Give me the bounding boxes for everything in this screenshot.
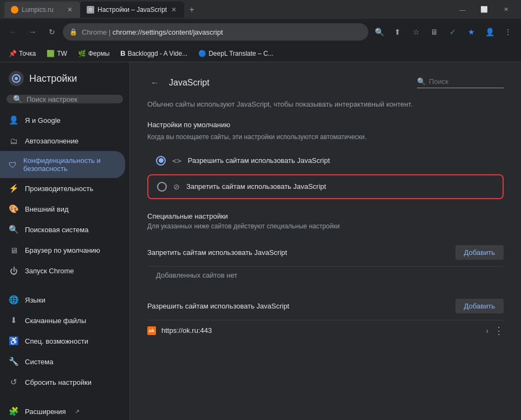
settings-content: ← JavaScript 🔍 Обычно сайты используют J… bbox=[130, 62, 521, 354]
sidebar-item-accessibility-label: Спец. возможности bbox=[25, 337, 88, 345]
address-bar[interactable]: 🔒 Chrome | chrome://settings/content/jav… bbox=[63, 23, 368, 41]
tab-lumpics-label: Lumpics.ru bbox=[22, 6, 54, 14]
window-close-btn[interactable]: ✕ bbox=[495, 2, 517, 18]
system-icon: 🔧 bbox=[9, 357, 18, 366]
site-entry-okru: ok https://ok.ru:443 › ⋮ bbox=[147, 320, 504, 341]
page-header-left: ← JavaScript bbox=[147, 75, 210, 90]
vpn-btn[interactable]: ✓ bbox=[444, 23, 461, 41]
sidebar-item-reset-label: Сбросить настройки bbox=[25, 378, 92, 386]
special-section-desc: Для указанных ниже сайтов действуют спец… bbox=[147, 222, 504, 230]
block-subsection-row: Запретить сайтам использовать JavaScript… bbox=[147, 239, 504, 267]
startup-icon: ⏻ bbox=[9, 266, 18, 275]
sidebar-search-input[interactable] bbox=[27, 95, 116, 103]
bookmark-tw-icon: 🟩 bbox=[47, 50, 55, 57]
bookmark-backloggd[interactable]: B Backloggd - A Vide... bbox=[116, 48, 192, 58]
page-search[interactable]: 🔍 bbox=[417, 77, 504, 88]
sidebar-item-reset[interactable]: ↺ Сбросить настройки bbox=[0, 372, 125, 392]
sidebar-item-accessibility[interactable]: ♿ Спец. возможности bbox=[0, 331, 125, 351]
performance-icon: ⚡ bbox=[9, 183, 18, 193]
settings-favicon: ⚙ bbox=[87, 6, 94, 14]
sidebar-item-languages[interactable]: 🌐 Языки bbox=[0, 290, 125, 310]
sidebar-item-system[interactable]: 🔧 Система bbox=[0, 351, 125, 372]
sidebar-item-extensions[interactable]: 🧩 Расширения ↗ bbox=[0, 401, 125, 420]
window-minimize-btn[interactable]: — bbox=[452, 2, 473, 18]
tab-settings-js[interactable]: ⚙ Настройки – JavaScript ✕ bbox=[80, 2, 184, 18]
search-engine-icon: 🔍 bbox=[9, 225, 18, 234]
svg-point-1 bbox=[15, 77, 18, 80]
sidebar-item-system-label: Система bbox=[25, 358, 53, 366]
settings-logo bbox=[9, 71, 24, 86]
sidebar-item-me-google[interactable]: 👤 Я и Google bbox=[0, 110, 125, 130]
page-description: Обычно сайты используют JavaScript, чтоб… bbox=[147, 99, 504, 110]
bookmark-deepl-icon: 🔵 bbox=[198, 50, 206, 57]
back-button[interactable]: ← bbox=[4, 23, 22, 41]
sidebar-item-extensions-label: Расширения bbox=[25, 408, 66, 416]
reset-icon: ↺ bbox=[9, 377, 18, 387]
new-tab-button[interactable]: + bbox=[184, 2, 199, 17]
sidebar-item-default-browser[interactable]: 🖥 Браузер по умолчанию bbox=[0, 240, 125, 260]
share-btn[interactable]: ⬆ bbox=[389, 23, 406, 41]
site-favicon-okru: ok bbox=[147, 326, 156, 335]
sidebar-item-autofill[interactable]: 🗂 Автозаполнение bbox=[0, 130, 125, 151]
os-btn[interactable]: 🖥 bbox=[426, 23, 443, 41]
allow-subsection-row: Разрешить сайтам использовать JavaScript… bbox=[147, 292, 504, 320]
sidebar-item-search[interactable]: 🔍 Поисковая система bbox=[0, 219, 125, 240]
radio-block-icon: ⊘ bbox=[173, 182, 180, 191]
external-link-icon: ↗ bbox=[75, 408, 80, 415]
bookmark-tochka[interactable]: 📌 Точка bbox=[4, 49, 40, 58]
bookmark-btn[interactable]: ☆ bbox=[407, 23, 425, 41]
browser-icon: 🖥 bbox=[9, 245, 18, 255]
allow-add-button[interactable]: Добавить bbox=[455, 299, 504, 313]
extension-btn[interactable]: ★ bbox=[463, 23, 480, 41]
sidebar-item-downloads-label: Скачанные файлы bbox=[25, 317, 86, 325]
search-icon: 🔍 bbox=[13, 95, 22, 103]
profile-btn[interactable]: 👤 bbox=[481, 23, 498, 41]
radio-option-allow[interactable]: <> Разрешить сайтам использовать JavaScr… bbox=[147, 149, 504, 172]
allow-subsection-label: Разрешить сайтам использовать JavaScript bbox=[147, 302, 289, 310]
lumpics-favicon bbox=[11, 6, 18, 14]
forward-button[interactable]: → bbox=[24, 23, 41, 41]
sidebar-item-downloads[interactable]: ⬇ Скачанные файлы bbox=[0, 310, 125, 331]
search-action-btn[interactable]: 🔍 bbox=[370, 23, 388, 41]
block-subsection-label: Запретить сайтам использовать JavaScript bbox=[147, 248, 287, 257]
bookmark-fermy[interactable]: 🌿 Фермы bbox=[74, 49, 114, 58]
accessibility-icon: ♿ bbox=[9, 336, 18, 346]
radio-option-block[interactable]: ⊘ Запретить сайтам использовать JavaScri… bbox=[147, 174, 504, 199]
page-search-input[interactable] bbox=[429, 77, 494, 86]
window-maximize-btn[interactable]: ⬜ bbox=[473, 2, 495, 18]
radio-allow-label: Разрешить сайтам использовать JavaScript bbox=[188, 156, 330, 165]
sidebar-search-box[interactable]: 🔍 bbox=[6, 95, 123, 103]
bookmark-fermy-label: Фермы bbox=[88, 50, 109, 57]
sidebar-item-appearance-label: Внешний вид bbox=[25, 205, 69, 213]
nav-actions: 🔍 ⬆ ☆ 🖥 ✓ ★ 👤 ⋮ bbox=[370, 23, 517, 41]
window-controls: — ⬜ ✕ bbox=[452, 2, 517, 18]
page-back-button[interactable]: ← bbox=[147, 75, 162, 90]
radio-circle-block bbox=[157, 182, 167, 192]
bookmark-deepl[interactable]: 🔵 DeepL Translate – C... bbox=[194, 49, 278, 58]
settings-title: Настройки bbox=[29, 73, 77, 84]
menu-btn[interactable]: ⋮ bbox=[499, 23, 517, 41]
sidebar-item-performance[interactable]: ⚡ Производительность bbox=[0, 178, 125, 199]
reload-button[interactable]: ↻ bbox=[43, 23, 61, 41]
site-menu-icon[interactable]: ⋮ bbox=[494, 325, 504, 337]
block-add-button[interactable]: Добавить bbox=[455, 245, 504, 260]
lock-icon: 🔒 bbox=[69, 28, 77, 36]
protocol-text: Chrome | bbox=[82, 28, 113, 36]
autofill-icon: 🗂 bbox=[9, 136, 18, 146]
tab-settings-label: Настройки – JavaScript bbox=[97, 6, 167, 14]
extensions-icon: 🧩 bbox=[9, 406, 18, 416]
languages-icon: 🌐 bbox=[9, 295, 18, 305]
sidebar-item-search-label: Поисковая система bbox=[25, 226, 89, 234]
sidebar-item-startup[interactable]: ⏻ Запуск Chrome bbox=[0, 260, 125, 281]
radio-block-label: Запретить сайтам использовать JavaScript bbox=[186, 182, 326, 191]
tab-lumpics-close[interactable]: ✕ bbox=[66, 5, 74, 15]
bookmark-tw[interactable]: 🟩 TW bbox=[42, 49, 71, 58]
downloads-icon: ⬇ bbox=[9, 316, 18, 325]
sidebar-item-privacy[interactable]: 🛡 Конфиденциальность и безопасность bbox=[0, 151, 125, 178]
title-bar: Lumpics.ru ✕ ⚙ Настройки – JavaScript ✕ … bbox=[0, 0, 521, 19]
sidebar-item-appearance[interactable]: 🎨 Внешний вид bbox=[0, 199, 125, 219]
browser-content: Настройки 🔍 👤 Я и Google 🗂 Автозаполнени… bbox=[0, 62, 521, 420]
tab-lumpics[interactable]: Lumpics.ru ✕ bbox=[4, 2, 80, 18]
tab-settings-close[interactable]: ✕ bbox=[170, 5, 178, 15]
defaults-section-desc: Когда вы посещаете сайты, эти настройки … bbox=[147, 133, 504, 141]
